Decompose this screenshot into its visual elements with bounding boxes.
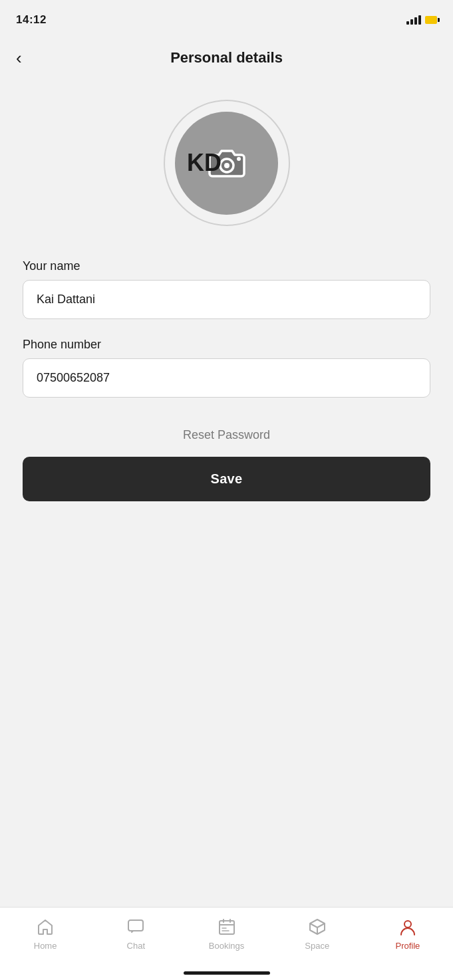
name-input[interactable] [23, 280, 430, 319]
nav-label-chat: Chat [127, 941, 145, 951]
nav-item-chat[interactable]: Chat [90, 917, 181, 951]
avatar-inner: KD [175, 112, 278, 215]
nav-item-bookings[interactable]: Bookings [181, 917, 271, 951]
phone-label: Phone number [23, 338, 430, 352]
chat-icon [126, 917, 146, 937]
nav-label-bookings: Bookings [209, 941, 244, 951]
nav-label-space: Space [305, 941, 329, 951]
svg-rect-4 [220, 921, 234, 934]
back-button[interactable]: ‹ [16, 47, 27, 69]
nav-item-home[interactable]: Home [0, 917, 90, 951]
bookings-icon [217, 917, 237, 937]
status-bar: 14:12 [0, 0, 453, 36]
phone-field-group: Phone number [23, 338, 430, 398]
nav-label-home: Home [34, 941, 57, 951]
page-title: Personal details [170, 49, 283, 66]
space-icon [307, 917, 327, 937]
nav-item-space[interactable]: Space [272, 917, 363, 951]
nav-item-profile[interactable]: Profile [363, 917, 453, 951]
profile-icon [398, 917, 418, 937]
battery-icon [425, 16, 437, 24]
name-label: Your name [23, 259, 430, 273]
phone-input[interactable] [23, 358, 430, 398]
avatar-outer[interactable]: KD [164, 100, 290, 226]
svg-point-5 [404, 921, 411, 927]
bottom-nav: Home Chat Bookings [0, 907, 453, 980]
save-button[interactable]: Save [23, 457, 430, 501]
nav-label-profile: Profile [395, 941, 420, 951]
status-icons [406, 15, 437, 25]
header: ‹ Personal details [0, 36, 453, 80]
name-field-group: Your name [23, 259, 430, 319]
svg-point-2 [237, 157, 241, 161]
signal-icon [406, 15, 421, 25]
reset-password-button[interactable]: Reset Password [0, 416, 453, 454]
avatar-section[interactable]: KD [0, 80, 453, 259]
svg-point-1 [224, 163, 229, 168]
form-section: Your name Phone number [0, 259, 453, 398]
status-time: 14:12 [16, 13, 47, 27]
home-icon [35, 917, 55, 937]
avatar-initials: KD [187, 149, 222, 177]
home-indicator [184, 971, 270, 975]
svg-rect-3 [128, 920, 143, 931]
